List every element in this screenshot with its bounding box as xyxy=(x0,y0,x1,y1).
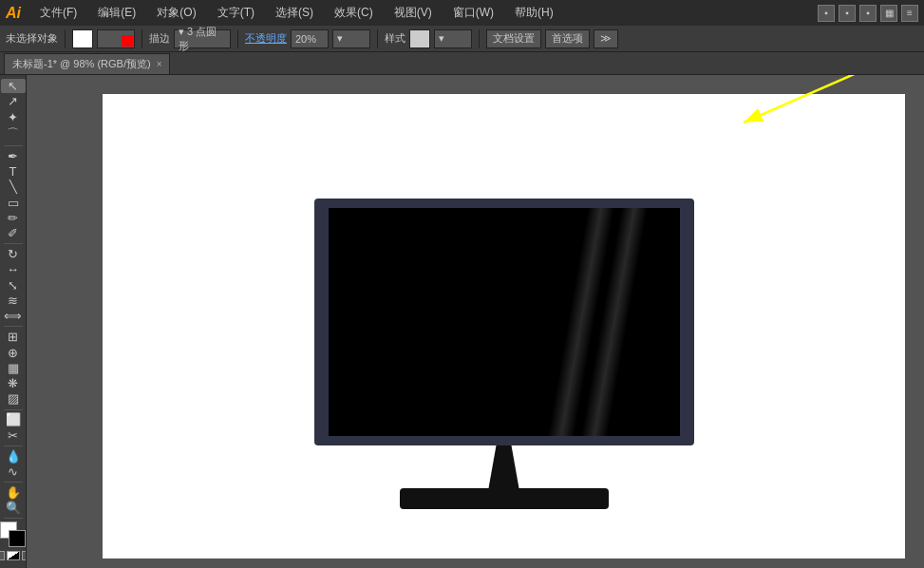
tab-close-button[interactable]: × xyxy=(157,59,162,69)
monitor-screen xyxy=(329,208,680,436)
divider-2 xyxy=(141,29,142,48)
toolbar-colors xyxy=(0,521,27,564)
blend-tool[interactable]: ∿ xyxy=(1,464,26,479)
minimize-button[interactable]: ▪ xyxy=(818,5,835,22)
tool-sep-6 xyxy=(4,482,23,483)
menu-effect[interactable]: 效果(C) xyxy=(329,3,379,23)
left-toolbar: ↖ ↗ ✦ ⌒ ✒ T ╲ ▭ ✏ ✐ ↻ ↔ ⤡ ≋ ⟺ ⊞ ⊕ ▦ ❋ ▨ … xyxy=(0,75,27,568)
panel-button[interactable]: ≡ xyxy=(901,5,918,22)
canvas-area xyxy=(27,75,924,568)
small-color-boxes xyxy=(0,551,27,560)
type-tool[interactable]: T xyxy=(1,164,26,179)
document-tab[interactable]: 未标题-1* @ 98% (RGB/预览) × xyxy=(4,53,170,74)
opacity-dropdown[interactable]: ▾ xyxy=(332,29,370,48)
tool-sep-1 xyxy=(4,145,23,146)
stroke-indicator[interactable] xyxy=(97,29,135,48)
slice-tool[interactable]: ✂ xyxy=(1,428,26,443)
zoom-tool[interactable]: 🔍 xyxy=(1,501,26,515)
free-transform-tool[interactable]: ⊞ xyxy=(1,330,26,344)
rotate-tool[interactable]: ↻ xyxy=(1,247,26,261)
style-box[interactable] xyxy=(409,29,430,48)
doc-settings-button[interactable]: 文档设置 xyxy=(486,29,541,48)
symbol-tool[interactable]: ❋ xyxy=(1,376,26,390)
warp-tool[interactable]: ≋ xyxy=(1,293,26,308)
menu-window[interactable]: 窗口(W) xyxy=(447,3,500,23)
tool-sep-4 xyxy=(4,409,23,410)
menu-help[interactable]: 帮助(H) xyxy=(509,3,559,23)
scale-tool[interactable]: ⤡ xyxy=(1,278,26,293)
tab-bar: 未标题-1* @ 98% (RGB/预览) × xyxy=(0,52,924,75)
menu-edit[interactable]: 编辑(E) xyxy=(92,3,141,23)
background-color[interactable] xyxy=(9,530,26,547)
artboard-tool[interactable]: ⬜ xyxy=(1,412,26,426)
fill-color-box[interactable] xyxy=(72,29,93,48)
divider-1 xyxy=(65,29,66,48)
hand-tool[interactable]: ✋ xyxy=(1,485,26,500)
monitor-body xyxy=(314,199,694,445)
svg-line-1 xyxy=(744,75,896,123)
magic-wand-tool[interactable]: ✦ xyxy=(1,110,26,124)
color-pair[interactable] xyxy=(0,521,26,547)
title-bar-controls: ▪ ▪ ▪ ▦ ≡ xyxy=(818,5,918,22)
canvas-document xyxy=(103,94,905,559)
paintbrush-tool[interactable]: ✏ xyxy=(1,211,26,225)
no-selection-label: 未选择对象 xyxy=(6,31,58,46)
divider-3 xyxy=(237,29,238,48)
line-tool[interactable]: ╲ xyxy=(1,180,26,194)
opacity-value-box[interactable]: 20% xyxy=(291,29,329,48)
selection-tool[interactable]: ↖ xyxy=(1,79,26,93)
style-dropdown[interactable]: ▾ xyxy=(434,29,472,48)
reflect-tool[interactable]: ↔ xyxy=(1,262,26,276)
lasso-tool[interactable]: ⌒ xyxy=(1,125,26,142)
tool-sep-5 xyxy=(4,445,23,446)
preferences-button[interactable]: 首选项 xyxy=(545,29,590,48)
title-bar: Ai 文件(F) 编辑(E) 对象(O) 文字(T) 选择(S) 效果(C) 视… xyxy=(0,0,924,26)
main-area: ↖ ↗ ✦ ⌒ ✒ T ╲ ▭ ✏ ✐ ↻ ↔ ⤡ ≋ ⟺ ⊞ ⊕ ▦ ❋ ▨ … xyxy=(0,75,924,568)
workspace-button[interactable]: ▦ xyxy=(880,5,897,22)
divider-5 xyxy=(479,29,480,48)
tab-title: 未标题-1* @ 98% (RGB/预览) xyxy=(12,57,151,71)
tool-sep-3 xyxy=(4,326,23,327)
default-colors-icon[interactable] xyxy=(7,551,20,560)
menu-file[interactable]: 文件(F) xyxy=(34,3,83,23)
divider-4 xyxy=(377,29,378,48)
pencil-tool[interactable]: ✐ xyxy=(1,226,26,240)
tool-sep-2 xyxy=(4,243,23,244)
ai-logo: Ai xyxy=(6,5,21,22)
monitor-illustration xyxy=(314,199,694,509)
width-tool[interactable]: ⟺ xyxy=(1,309,26,323)
swap-colors-icon[interactable] xyxy=(0,551,5,560)
direct-selection-tool[interactable]: ↗ xyxy=(1,94,26,108)
stroke-label: 描边 xyxy=(149,31,170,46)
rect-tool[interactable]: ▭ xyxy=(1,195,26,209)
menu-object[interactable]: 对象(O) xyxy=(151,3,201,23)
shape-builder-tool[interactable]: ⊕ xyxy=(1,345,26,359)
pen-tool[interactable]: ✒ xyxy=(1,149,26,163)
graph-tool[interactable]: ▦ xyxy=(1,361,26,375)
monitor-base xyxy=(400,488,609,509)
options-bar: 未选择对象 描边 ▾ 3 点圆形 不透明度 20% ▾ 样式 ▾ 文档设置 首选… xyxy=(0,26,924,52)
close-button[interactable]: ▪ xyxy=(859,5,877,22)
menu-select[interactable]: 选择(S) xyxy=(270,3,319,23)
arrow-annotation xyxy=(687,94,896,170)
monitor-neck xyxy=(485,445,523,488)
menu-text[interactable]: 文字(T) xyxy=(212,3,260,23)
eyedropper-tool[interactable]: 💧 xyxy=(1,448,26,463)
maximize-button[interactable]: ▪ xyxy=(839,5,856,22)
tool-sep-7 xyxy=(4,518,23,519)
menu-view[interactable]: 视图(V) xyxy=(388,3,438,23)
extra-options-button[interactable]: ≫ xyxy=(594,29,618,48)
style-label: 样式 xyxy=(385,31,405,46)
opacity-label[interactable]: 不透明度 xyxy=(245,31,287,46)
stroke-dropdown[interactable]: ▾ 3 点圆形 xyxy=(174,29,231,48)
column-graph-tool[interactable]: ▨ xyxy=(1,391,26,406)
